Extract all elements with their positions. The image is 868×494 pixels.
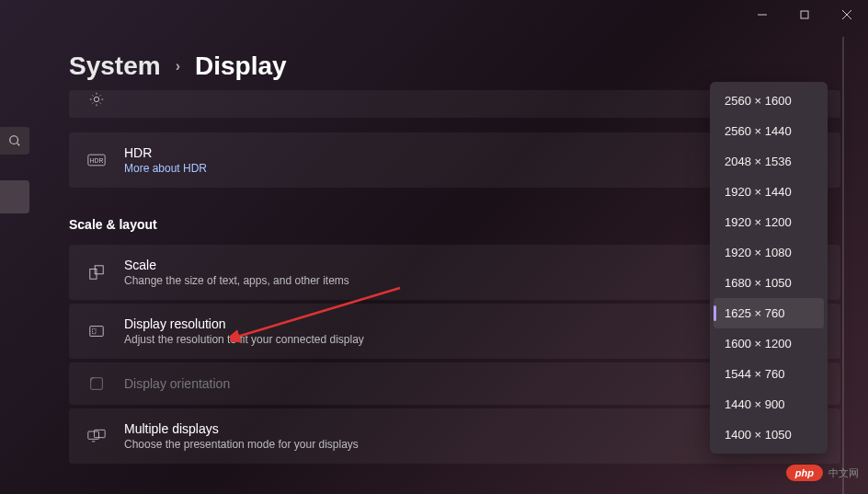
multiple-displays-icon [87, 429, 106, 443]
svg-rect-14 [88, 431, 99, 439]
breadcrumb: System › Display [69, 52, 287, 81]
resolution-option[interactable]: 2560 × 1600 [714, 86, 824, 116]
orientation-icon [87, 375, 106, 392]
resolution-option[interactable]: 1920 × 1440 [714, 177, 824, 207]
window-controls [741, 0, 868, 29]
svg-text:HDR: HDR [90, 157, 104, 164]
resolution-option[interactable]: 2560 × 1440 [714, 116, 824, 146]
watermark: php 中文网 [786, 465, 859, 481]
resolution-option[interactable]: 1920 × 1080 [714, 237, 824, 268]
watermark-text: 中文网 [828, 466, 859, 480]
resolution-option[interactable]: 1544 × 760 [714, 359, 824, 389]
svg-point-6 [94, 97, 98, 101]
svg-rect-1 [801, 11, 808, 18]
sidebar-sliver [0, 127, 29, 213]
resolution-option[interactable]: 1400 × 1050 [714, 419, 824, 450]
night-light-icon [87, 91, 106, 108]
resolution-icon [87, 323, 106, 339]
breadcrumb-current: Display [195, 52, 287, 81]
breadcrumb-parent[interactable]: System [69, 52, 161, 81]
watermark-pill: php [786, 465, 823, 481]
chevron-right-icon: › [176, 58, 180, 75]
resolution-option[interactable]: 1680 × 1050 [714, 268, 824, 298]
close-button[interactable] [826, 0, 868, 29]
resolution-dropdown[interactable]: 2560 × 16002560 × 14402048 × 15361920 × … [710, 82, 828, 454]
sidebar-active-item[interactable] [0, 180, 29, 213]
minimize-button[interactable] [741, 0, 783, 29]
maximize-button[interactable] [783, 0, 826, 29]
hdr-icon: HDR [87, 154, 106, 167]
resolution-option[interactable]: 1920 × 1200 [714, 207, 824, 237]
scale-icon [87, 264, 106, 281]
scrollbar-track[interactable] [842, 37, 844, 494]
resolution-option[interactable]: 1600 × 1200 [714, 328, 824, 359]
svg-rect-11 [90, 327, 103, 337]
resolution-option[interactable]: 1440 × 900 [714, 389, 824, 419]
svg-rect-13 [91, 378, 103, 390]
resolution-option[interactable]: 1625 × 760 [714, 298, 824, 328]
scale-subtitle: Change the size of text, apps, and other… [124, 274, 708, 287]
svg-rect-10 [95, 266, 103, 274]
svg-line-5 [17, 144, 20, 146]
scale-title: Scale [124, 258, 708, 272]
search-button[interactable] [0, 127, 29, 155]
svg-point-4 [10, 136, 18, 144]
resolution-option[interactable]: 2048 × 1536 [714, 146, 824, 177]
svg-rect-12 [93, 328, 97, 333]
